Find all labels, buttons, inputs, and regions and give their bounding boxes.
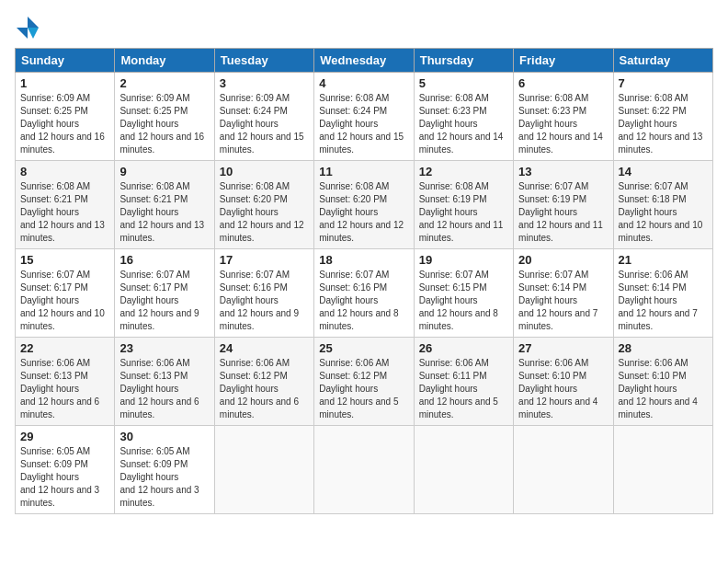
logo	[15, 15, 44, 40]
calendar-cell: 14 Sunrise: 6:07 AM Sunset: 6:18 PM Dayl…	[613, 161, 712, 249]
calendar-cell: 21 Sunrise: 6:06 AM Sunset: 6:14 PM Dayl…	[613, 249, 712, 338]
day-info: Sunrise: 6:08 AM Sunset: 6:21 PM Dayligh…	[20, 180, 109, 245]
logo-icon	[15, 15, 40, 40]
day-info: Sunrise: 6:06 AM Sunset: 6:12 PM Dayligh…	[220, 357, 309, 421]
day-number: 19	[419, 253, 508, 267]
calendar-cell: 2 Sunrise: 6:09 AM Sunset: 6:25 PM Dayli…	[115, 73, 214, 161]
day-info: Sunrise: 6:07 AM Sunset: 6:14 PM Dayligh…	[518, 269, 608, 333]
day-number: 30	[119, 430, 209, 443]
day-number: 1	[20, 76, 109, 90]
day-info: Sunrise: 6:08 AM Sunset: 6:20 PM Dayligh…	[220, 180, 309, 245]
day-info: Sunrise: 6:08 AM Sunset: 6:24 PM Dayligh…	[319, 92, 408, 156]
calendar-cell: 26 Sunrise: 6:06 AM Sunset: 6:11 PM Dayl…	[414, 338, 513, 426]
day-info: Sunrise: 6:07 AM Sunset: 6:17 PM Dayligh…	[20, 269, 109, 333]
calendar-week-row: 29 Sunrise: 6:05 AM Sunset: 6:09 PM Dayl…	[16, 426, 713, 514]
calendar-cell: 10 Sunrise: 6:08 AM Sunset: 6:20 PM Dayl…	[214, 161, 313, 249]
day-number: 12	[419, 165, 508, 178]
calendar-cell: 17 Sunrise: 6:07 AM Sunset: 6:16 PM Dayl…	[214, 249, 313, 338]
calendar-cell: 16 Sunrise: 6:07 AM Sunset: 6:17 PM Dayl…	[115, 249, 214, 338]
page-header	[15, 15, 713, 40]
day-info: Sunrise: 6:06 AM Sunset: 6:13 PM Dayligh…	[119, 357, 209, 421]
day-info: Sunrise: 6:06 AM Sunset: 6:12 PM Dayligh…	[319, 357, 408, 421]
calendar-cell	[414, 426, 513, 514]
calendar-cell: 22 Sunrise: 6:06 AM Sunset: 6:13 PM Dayl…	[16, 338, 115, 426]
day-info: Sunrise: 6:07 AM Sunset: 6:16 PM Dayligh…	[319, 269, 408, 333]
day-info: Sunrise: 6:05 AM Sunset: 6:09 PM Dayligh…	[20, 445, 109, 510]
calendar-week-row: 8 Sunrise: 6:08 AM Sunset: 6:21 PM Dayli…	[16, 161, 713, 249]
day-number: 14	[619, 165, 708, 178]
calendar-cell: 30 Sunrise: 6:05 AM Sunset: 6:09 PM Dayl…	[115, 426, 214, 514]
calendar-cell: 4 Sunrise: 6:08 AM Sunset: 6:24 PM Dayli…	[314, 73, 414, 161]
day-info: Sunrise: 6:06 AM Sunset: 6:11 PM Dayligh…	[419, 357, 508, 421]
calendar-header-friday: Friday	[514, 49, 613, 73]
calendar-table: SundayMondayTuesdayWednesdayThursdayFrid…	[15, 48, 713, 514]
calendar-cell: 27 Sunrise: 6:06 AM Sunset: 6:10 PM Dayl…	[514, 338, 613, 426]
calendar-cell: 25 Sunrise: 6:06 AM Sunset: 6:12 PM Dayl…	[314, 338, 414, 426]
day-info: Sunrise: 6:08 AM Sunset: 6:20 PM Dayligh…	[319, 180, 408, 245]
day-number: 29	[20, 430, 109, 443]
day-info: Sunrise: 6:08 AM Sunset: 6:19 PM Dayligh…	[419, 180, 508, 245]
calendar-week-row: 22 Sunrise: 6:06 AM Sunset: 6:13 PM Dayl…	[16, 338, 713, 426]
day-number: 23	[119, 341, 209, 355]
day-number: 26	[419, 341, 508, 355]
calendar-cell: 8 Sunrise: 6:08 AM Sunset: 6:21 PM Dayli…	[16, 161, 115, 249]
day-info: Sunrise: 6:08 AM Sunset: 6:21 PM Dayligh…	[119, 180, 209, 245]
day-info: Sunrise: 6:06 AM Sunset: 6:10 PM Dayligh…	[619, 357, 708, 421]
day-info: Sunrise: 6:09 AM Sunset: 6:25 PM Dayligh…	[119, 92, 209, 156]
day-number: 7	[619, 76, 708, 90]
calendar-cell	[214, 426, 313, 514]
day-number: 20	[518, 253, 608, 267]
day-number: 11	[319, 165, 408, 178]
day-info: Sunrise: 6:06 AM Sunset: 6:10 PM Dayligh…	[518, 357, 608, 421]
day-number: 6	[518, 76, 608, 90]
day-info: Sunrise: 6:06 AM Sunset: 6:13 PM Dayligh…	[20, 357, 109, 421]
calendar-cell: 7 Sunrise: 6:08 AM Sunset: 6:22 PM Dayli…	[613, 73, 712, 161]
calendar-cell: 24 Sunrise: 6:06 AM Sunset: 6:12 PM Dayl…	[214, 338, 313, 426]
day-number: 5	[419, 76, 508, 90]
day-number: 13	[518, 165, 608, 178]
calendar-cell: 1 Sunrise: 6:09 AM Sunset: 6:25 PM Dayli…	[16, 73, 115, 161]
day-number: 9	[119, 165, 209, 178]
calendar-header-tuesday: Tuesday	[214, 49, 313, 73]
day-info: Sunrise: 6:06 AM Sunset: 6:14 PM Dayligh…	[619, 269, 708, 333]
calendar-header-saturday: Saturday	[613, 49, 712, 73]
calendar-cell: 19 Sunrise: 6:07 AM Sunset: 6:15 PM Dayl…	[414, 249, 513, 338]
day-info: Sunrise: 6:08 AM Sunset: 6:22 PM Dayligh…	[619, 92, 708, 156]
calendar-cell: 15 Sunrise: 6:07 AM Sunset: 6:17 PM Dayl…	[16, 249, 115, 338]
day-number: 22	[20, 341, 109, 355]
calendar-header-sunday: Sunday	[16, 49, 115, 73]
calendar-cell: 11 Sunrise: 6:08 AM Sunset: 6:20 PM Dayl…	[314, 161, 414, 249]
day-number: 3	[220, 76, 309, 90]
day-info: Sunrise: 6:09 AM Sunset: 6:24 PM Dayligh…	[220, 92, 309, 156]
day-number: 24	[220, 341, 309, 355]
calendar-cell: 5 Sunrise: 6:08 AM Sunset: 6:23 PM Dayli…	[414, 73, 513, 161]
calendar-cell: 12 Sunrise: 6:08 AM Sunset: 6:19 PM Dayl…	[414, 161, 513, 249]
day-number: 8	[20, 165, 109, 178]
day-number: 10	[220, 165, 309, 178]
day-info: Sunrise: 6:08 AM Sunset: 6:23 PM Dayligh…	[419, 92, 508, 156]
day-number: 15	[20, 253, 109, 267]
calendar-cell: 20 Sunrise: 6:07 AM Sunset: 6:14 PM Dayl…	[514, 249, 613, 338]
day-number: 28	[619, 341, 708, 355]
day-number: 16	[119, 253, 209, 267]
day-info: Sunrise: 6:07 AM Sunset: 6:15 PM Dayligh…	[419, 269, 508, 333]
calendar-cell: 9 Sunrise: 6:08 AM Sunset: 6:21 PM Dayli…	[115, 161, 214, 249]
day-number: 4	[319, 76, 408, 90]
calendar-header-row: SundayMondayTuesdayWednesdayThursdayFrid…	[16, 49, 713, 73]
day-info: Sunrise: 6:07 AM Sunset: 6:16 PM Dayligh…	[220, 269, 309, 333]
calendar-cell: 23 Sunrise: 6:06 AM Sunset: 6:13 PM Dayl…	[115, 338, 214, 426]
day-info: Sunrise: 6:09 AM Sunset: 6:25 PM Dayligh…	[20, 92, 109, 156]
calendar-week-row: 1 Sunrise: 6:09 AM Sunset: 6:25 PM Dayli…	[16, 73, 713, 161]
calendar-cell: 3 Sunrise: 6:09 AM Sunset: 6:24 PM Dayli…	[214, 73, 313, 161]
day-number: 21	[619, 253, 708, 267]
day-info: Sunrise: 6:08 AM Sunset: 6:23 PM Dayligh…	[518, 92, 608, 156]
day-number: 17	[220, 253, 309, 267]
calendar-header-monday: Monday	[115, 49, 214, 73]
svg-marker-1	[28, 28, 39, 39]
day-number: 25	[319, 341, 408, 355]
calendar-cell	[514, 426, 613, 514]
day-info: Sunrise: 6:07 AM Sunset: 6:17 PM Dayligh…	[119, 269, 209, 333]
calendar-header-wednesday: Wednesday	[314, 49, 414, 73]
svg-marker-0	[28, 17, 39, 28]
calendar-cell	[314, 426, 414, 514]
